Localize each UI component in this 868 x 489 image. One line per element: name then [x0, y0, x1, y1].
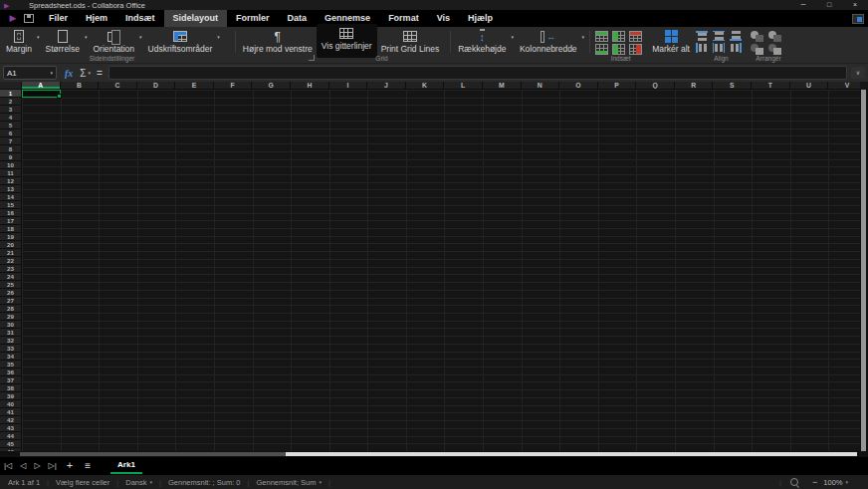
- save-icon[interactable]: [24, 14, 34, 23]
- row-header-13[interactable]: 13: [0, 185, 21, 193]
- menu-item-hjem[interactable]: Hjem: [77, 10, 116, 27]
- column-header-K[interactable]: K: [406, 82, 445, 89]
- row-header-9[interactable]: 9: [0, 153, 21, 161]
- column-header-A[interactable]: A: [22, 82, 61, 89]
- row-header-34[interactable]: 34: [0, 353, 21, 361]
- row-header-32[interactable]: 32: [0, 337, 21, 345]
- column-header-T[interactable]: T: [752, 82, 790, 89]
- row-header-6[interactable]: 6: [0, 129, 21, 137]
- column-header-G[interactable]: G: [252, 82, 291, 89]
- sum-dropdown-icon[interactable]: ▾: [89, 70, 92, 76]
- function-wizard-icon[interactable]: fx: [65, 68, 73, 79]
- print-ranges-button[interactable]: Udskriftsområder: [144, 28, 217, 54]
- column-header-V[interactable]: V: [828, 82, 860, 89]
- column-header-I[interactable]: I: [329, 82, 368, 89]
- select-all-corner[interactable]: [0, 82, 22, 90]
- last-sheet-icon[interactable]: ▷|: [45, 457, 61, 474]
- row-header-8[interactable]: 8: [0, 145, 21, 153]
- column-header-C[interactable]: C: [99, 82, 137, 89]
- first-sheet-icon[interactable]: |◁: [0, 457, 16, 474]
- menu-item-data[interactable]: Data: [279, 10, 317, 27]
- vertical-scrollbar-thumb[interactable]: [861, 90, 866, 451]
- row-header-12[interactable]: 12: [0, 177, 21, 185]
- app-logo-icon[interactable]: ▶: [6, 10, 20, 27]
- row-header-5[interactable]: 5: [0, 122, 21, 129]
- formula-input[interactable]: [108, 66, 847, 80]
- zoom-dropdown-icon[interactable]: ▾: [845, 479, 848, 485]
- menu-item-vis[interactable]: Vis: [428, 10, 459, 27]
- selected-cell[interactable]: [22, 90, 61, 98]
- row-header-18[interactable]: 18: [0, 225, 21, 233]
- row-header-3[interactable]: 3: [0, 106, 21, 114]
- name-box[interactable]: A1 ▾: [3, 66, 57, 80]
- row-header-36[interactable]: 36: [0, 368, 21, 376]
- right-to-left-button[interactable]: ¶ Højre mod venstre: [239, 28, 317, 54]
- sheet-list-icon[interactable]: ≡: [79, 457, 97, 474]
- stat-functions-selector[interactable]: Gennemsnit; Sum: [256, 478, 316, 487]
- size-button[interactable]: Størrelse: [42, 28, 84, 54]
- row-header-40[interactable]: 40: [0, 400, 21, 408]
- column-header-F[interactable]: F: [214, 82, 253, 89]
- orientation-button[interactable]: Orientation: [90, 28, 139, 54]
- select-all-button[interactable]: Markér alt: [648, 28, 694, 54]
- horizontal-scrollbar-thumb[interactable]: [286, 452, 857, 456]
- column-header-J[interactable]: J: [367, 82, 406, 89]
- column-header-R[interactable]: R: [675, 82, 714, 89]
- row-header-31[interactable]: 31: [0, 329, 21, 337]
- row-header-19[interactable]: 19: [0, 233, 21, 241]
- align-left-icon[interactable]: [696, 43, 708, 53]
- send-backward-icon[interactable]: [751, 44, 763, 55]
- row-header-14[interactable]: 14: [0, 193, 21, 201]
- zoom-slider-icon[interactable]: [790, 478, 798, 486]
- column-width-dropdown-icon[interactable]: ▾: [582, 34, 585, 40]
- page-settings-dialog-launcher-icon[interactable]: [309, 55, 315, 61]
- selection-mode-status[interactable]: Vælg flere celler: [56, 478, 109, 487]
- row-header-7[interactable]: 7: [0, 137, 21, 145]
- align-right-icon[interactable]: [730, 43, 742, 53]
- sheet-area[interactable]: [22, 90, 860, 451]
- size-dropdown-icon[interactable]: ▾: [85, 34, 88, 40]
- row-header-43[interactable]: 43: [0, 424, 21, 432]
- print-grid-lines-button[interactable]: Print Grid Lines: [377, 28, 444, 54]
- minimize-button[interactable]: ─: [790, 0, 816, 10]
- insert-columns-after-icon[interactable]: [612, 44, 625, 55]
- zoom-level[interactable]: 100%: [823, 478, 842, 487]
- formula-bar-expand-icon[interactable]: ∨: [851, 67, 865, 79]
- orientation-dropdown-icon[interactable]: ▾: [139, 34, 142, 40]
- column-header-S[interactable]: S: [713, 82, 752, 89]
- row-header-22[interactable]: 22: [0, 257, 21, 265]
- row-header-25[interactable]: 25: [0, 281, 21, 289]
- column-header-M[interactable]: M: [483, 82, 522, 89]
- row-height-dropdown-icon[interactable]: ▾: [511, 34, 514, 40]
- menu-item-format[interactable]: Format: [379, 10, 428, 27]
- insert-rows-above-icon[interactable]: [595, 31, 608, 42]
- column-header-O[interactable]: O: [559, 82, 598, 89]
- row-header-26[interactable]: 26: [0, 289, 21, 297]
- row-header-23[interactable]: 23: [0, 265, 21, 273]
- row-header-33[interactable]: 33: [0, 345, 21, 353]
- row-header-41[interactable]: 41: [0, 408, 21, 416]
- menu-item-filer[interactable]: Filer: [40, 10, 77, 27]
- print-ranges-dropdown-icon[interactable]: ▾: [217, 34, 220, 40]
- send-to-back-icon[interactable]: [768, 44, 781, 55]
- next-sheet-icon[interactable]: ▷: [30, 457, 44, 474]
- row-header-30[interactable]: 30: [0, 321, 21, 329]
- horizontal-scrollbar-track[interactable]: [20, 452, 286, 456]
- row-header-20[interactable]: 20: [0, 241, 21, 249]
- insert-columns-before-icon[interactable]: [612, 31, 625, 42]
- row-header-29[interactable]: 29: [0, 313, 21, 321]
- show-gridlines-button[interactable]: Vis gitterlinjer: [317, 24, 377, 58]
- add-sheet-icon[interactable]: +: [61, 457, 79, 474]
- row-header-42[interactable]: 42: [0, 416, 21, 424]
- insert-rows-below-icon[interactable]: [595, 44, 608, 55]
- margin-dropdown-icon[interactable]: ▾: [37, 34, 40, 40]
- column-header-H[interactable]: H: [291, 82, 329, 89]
- sum-icon[interactable]: Σ: [80, 68, 86, 79]
- maximize-button[interactable]: □: [816, 0, 842, 10]
- language-status[interactable]: Dansk: [125, 478, 146, 487]
- row-header-24[interactable]: 24: [0, 273, 21, 281]
- equals-icon[interactable]: =: [97, 68, 103, 79]
- notebookbar-menu-icon[interactable]: [852, 14, 864, 24]
- previous-sheet-icon[interactable]: ◁: [16, 457, 30, 474]
- row-header-45[interactable]: 45: [0, 440, 21, 448]
